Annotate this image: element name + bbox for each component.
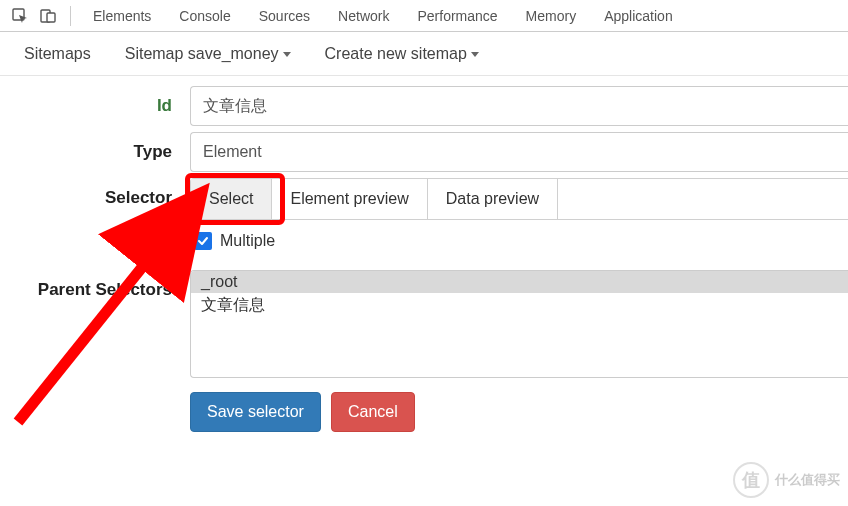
- cancel-button[interactable]: Cancel: [331, 392, 415, 432]
- element-preview-button[interactable]: Element preview: [272, 179, 427, 219]
- toolbar-sitemaps-label: Sitemaps: [24, 45, 91, 63]
- toolbar-create-new-label: Create new sitemap: [325, 45, 467, 63]
- devtools-tab-strip: Elements Console Sources Network Perform…: [0, 0, 848, 32]
- devtools-tab-memory[interactable]: Memory: [512, 2, 591, 30]
- webscraper-toolbar: Sitemaps Sitemap save_money Create new s…: [0, 32, 848, 76]
- toolbar-current-sitemap-label: Sitemap save_money: [125, 45, 279, 63]
- id-input[interactable]: [190, 86, 848, 126]
- toolbar-current-sitemap[interactable]: Sitemap save_money: [125, 45, 291, 63]
- inspect-element-icon[interactable]: [6, 2, 34, 30]
- multiple-checkbox[interactable]: [194, 232, 212, 250]
- type-select-value: Element: [203, 143, 262, 161]
- save-selector-button[interactable]: Save selector: [190, 392, 321, 432]
- label-parent-selectors: Parent Selectors: [0, 270, 190, 300]
- list-item[interactable]: _root: [191, 271, 848, 293]
- multiple-label: Multiple: [220, 232, 275, 250]
- devtools-tab-console[interactable]: Console: [165, 2, 244, 30]
- watermark-text: 什么值得买: [775, 471, 840, 489]
- divider: [70, 6, 71, 26]
- chevron-down-icon: [471, 52, 479, 57]
- type-select[interactable]: Element: [190, 132, 848, 172]
- toolbar-sitemaps[interactable]: Sitemaps: [24, 45, 91, 63]
- label-type: Type: [0, 132, 190, 162]
- selector-form: Id Type Element Selector Select Element …: [0, 76, 848, 432]
- devtools-tab-elements[interactable]: Elements: [79, 2, 165, 30]
- form-actions: Save selector Cancel: [190, 392, 848, 432]
- multiple-checkbox-row[interactable]: Multiple: [190, 220, 848, 264]
- svg-rect-2: [47, 13, 55, 22]
- device-toolbar-icon[interactable]: [34, 2, 62, 30]
- toolbar-create-new-sitemap[interactable]: Create new sitemap: [325, 45, 479, 63]
- devtools-tab-performance[interactable]: Performance: [403, 2, 511, 30]
- selector-button-group: Select Element preview Data preview: [190, 178, 848, 220]
- watermark-icon: 值: [733, 462, 769, 498]
- list-item[interactable]: 文章信息: [191, 293, 848, 318]
- select-button[interactable]: Select: [191, 179, 272, 219]
- devtools-tab-network[interactable]: Network: [324, 2, 403, 30]
- devtools-tab-sources[interactable]: Sources: [245, 2, 324, 30]
- chevron-down-icon: [283, 52, 291, 57]
- devtools-tab-application[interactable]: Application: [590, 2, 687, 30]
- watermark: 值 什么值得买: [733, 462, 840, 498]
- label-id: Id: [0, 86, 190, 116]
- parent-selectors-listbox[interactable]: _root 文章信息: [190, 270, 848, 378]
- label-selector: Selector: [0, 178, 190, 208]
- data-preview-button[interactable]: Data preview: [428, 179, 558, 219]
